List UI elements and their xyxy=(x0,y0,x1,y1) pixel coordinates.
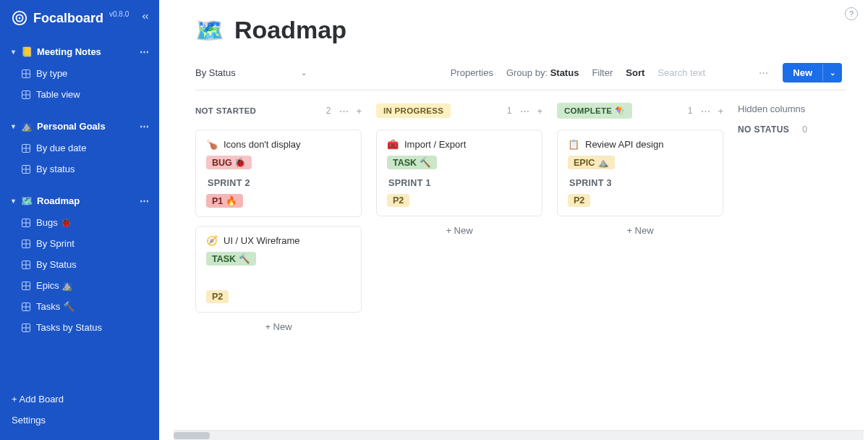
table-icon xyxy=(22,302,30,311)
add-card-button[interactable]: + New xyxy=(557,225,723,236)
sidebar-item-label: Epics ⛰️ xyxy=(36,280,73,291)
group-menu-button[interactable]: ⋯ xyxy=(140,195,149,206)
sidebar-item-label: Tasks 🔨 xyxy=(36,301,75,312)
sidebar-item-epics[interactable]: Epics ⛰️ xyxy=(0,275,159,296)
mountain-icon: ⛰️ xyxy=(21,122,33,131)
card-emoji: 🍗 xyxy=(206,140,218,149)
add-board-button[interactable]: + Add Board xyxy=(12,394,148,405)
view-selector[interactable]: By Status ⌄ xyxy=(195,67,307,78)
card-emoji: 🧭 xyxy=(206,236,218,245)
column-menu-button[interactable]: ⋯ xyxy=(339,106,349,117)
card-title: Import / Export xyxy=(404,139,466,150)
search-input[interactable] xyxy=(658,67,744,78)
new-button-dropdown[interactable]: ⌄ xyxy=(822,64,842,81)
column-add-button[interactable]: + xyxy=(356,106,362,117)
group-by-value: Status xyxy=(550,67,579,78)
sidebar-item-table-view[interactable]: Table view xyxy=(0,84,159,105)
filter-button[interactable]: Filter xyxy=(592,67,613,78)
new-button-label: New xyxy=(783,63,822,82)
column-count: 1 xyxy=(688,106,693,116)
caret-down-icon: ▼ xyxy=(10,198,17,205)
notebook-icon: 📒 xyxy=(21,47,33,56)
table-icon xyxy=(22,219,30,227)
column-not-started: NOT STARTED 2 ⋯ + 🍗 Icons don't display … xyxy=(195,101,362,332)
card-type-tag: TASK 🔨 xyxy=(387,156,437,169)
card-sprint: SPRINT 3 xyxy=(569,178,712,188)
sidebar-item-tasks[interactable]: Tasks 🔨 xyxy=(0,296,159,317)
sidebar-item-label: Tasks by Status xyxy=(36,322,102,333)
collapse-sidebar-button[interactable] xyxy=(140,12,150,22)
add-card-button[interactable]: + New xyxy=(195,321,362,332)
table-icon xyxy=(22,282,30,290)
view-name: By Status xyxy=(195,67,236,78)
sidebar-item-label: Bugs 🐞 xyxy=(36,217,72,228)
column-complete: COMPLETE 🪁 1 ⋯ + 📋 Review API design EPI… xyxy=(557,101,723,236)
sidebar-item-by-status-view[interactable]: By Status xyxy=(0,254,159,275)
group-menu-button[interactable]: ⋯ xyxy=(140,121,149,132)
sidebar-group-header[interactable]: ▼ 🗺️ Roadmap ⋯ xyxy=(0,192,159,209)
kanban-board: NOT STARTED 2 ⋯ + 🍗 Icons don't display … xyxy=(195,101,846,339)
sidebar-item-by-status[interactable]: By status xyxy=(0,158,159,179)
sidebar-item-bugs[interactable]: Bugs 🐞 xyxy=(0,212,159,233)
caret-down-icon: ▼ xyxy=(10,123,17,130)
sort-button[interactable]: Sort xyxy=(626,67,644,78)
group-menu-button[interactable]: ⋯ xyxy=(140,46,149,57)
help-button[interactable]: ? xyxy=(845,7,858,20)
no-status-row[interactable]: NO STATUS 0 xyxy=(738,124,846,135)
card-sprint xyxy=(208,274,351,284)
column-title[interactable]: NOT STARTED xyxy=(195,103,256,118)
page-title[interactable]: Roadmap xyxy=(234,16,346,44)
sidebar-item-label: Table view xyxy=(36,89,80,100)
column-title[interactable]: IN PROGRESS xyxy=(376,103,451,118)
board-toolbar: By Status ⌄ Properties Group by: Status … xyxy=(195,63,846,90)
card[interactable]: 🍗 Icons don't display BUG 🐞 SPRINT 2 P1 … xyxy=(195,130,362,217)
card-type-tag: BUG 🐞 xyxy=(206,156,252,169)
sidebar-item-label: By Status xyxy=(36,259,77,270)
hidden-columns-label[interactable]: Hidden columns xyxy=(738,101,846,124)
settings-button[interactable]: Settings xyxy=(12,415,148,426)
column-header: IN PROGRESS 1 ⋯ + xyxy=(376,101,542,121)
card-type-tag: TASK 🔨 xyxy=(206,252,256,266)
page-emoji[interactable]: 🗺️ xyxy=(195,17,224,44)
column-add-button[interactable]: + xyxy=(537,106,542,117)
main-area: ? 🗺️ Roadmap By Status ⌄ Properties Grou… xyxy=(159,0,868,440)
horizontal-scrollbar[interactable] xyxy=(174,430,864,440)
new-button[interactable]: New ⌄ xyxy=(783,63,842,82)
map-icon: 🗺️ xyxy=(21,196,33,206)
chevrons-left-icon xyxy=(140,12,150,22)
card[interactable]: 📋 Review API design EPIC ⛰️ SPRINT 3 P2 xyxy=(557,130,723,216)
table-icon xyxy=(22,165,30,174)
card-priority-badge: P2 xyxy=(568,194,590,207)
table-icon xyxy=(22,240,30,248)
toolbar-more-button[interactable]: ⋯ xyxy=(757,67,770,78)
add-card-button[interactable]: + New xyxy=(376,225,542,236)
sidebar-item-by-sprint[interactable]: By Sprint xyxy=(0,233,159,254)
sidebar-group-header[interactable]: ▼ ⛰️ Personal Goals ⋯ xyxy=(0,118,159,135)
sidebar-group-meeting-notes: ▼ 📒 Meeting Notes ⋯ By type Table view xyxy=(0,43,159,105)
card-priority-badge: P2 xyxy=(387,194,409,207)
card[interactable]: 🧰 Import / Export TASK 🔨 SPRINT 1 P2 xyxy=(376,130,542,216)
sidebar-item-label: By due date xyxy=(36,143,86,153)
app-logo[interactable]: Focalboard xyxy=(12,10,103,26)
table-icon xyxy=(22,261,30,269)
sidebar-header: Focalboard v0.8.0 xyxy=(0,10,159,30)
card-priority-badge: P2 xyxy=(206,290,229,303)
column-title[interactable]: COMPLETE 🪁 xyxy=(557,103,632,119)
card[interactable]: 🧭 UI / UX Wireframe TASK 🔨 P2 xyxy=(195,226,362,313)
sidebar-group-header[interactable]: ▼ 📒 Meeting Notes ⋯ xyxy=(0,43,159,60)
column-add-button[interactable]: + xyxy=(718,106,723,117)
page-header: 🗺️ Roadmap xyxy=(195,16,846,44)
sidebar-item-by-type[interactable]: By type xyxy=(0,63,159,84)
column-in-progress: IN PROGRESS 1 ⋯ + 🧰 Import / Export TASK… xyxy=(376,101,542,236)
group-by-label: Group by: xyxy=(506,67,548,78)
column-header: NOT STARTED 2 ⋯ + xyxy=(195,101,362,121)
card-emoji: 📋 xyxy=(568,140,579,149)
sidebar-group-title: Personal Goals xyxy=(37,121,106,132)
sidebar-item-tasks-by-status[interactable]: Tasks by Status xyxy=(0,317,159,338)
properties-button[interactable]: Properties xyxy=(451,67,493,78)
column-menu-button[interactable]: ⋯ xyxy=(701,106,710,117)
group-by-button[interactable]: Group by: Status xyxy=(506,67,579,78)
column-menu-button[interactable]: ⋯ xyxy=(520,106,529,117)
sidebar-item-by-due-date[interactable]: By due date xyxy=(0,138,159,158)
no-status-label: NO STATUS xyxy=(738,124,789,135)
